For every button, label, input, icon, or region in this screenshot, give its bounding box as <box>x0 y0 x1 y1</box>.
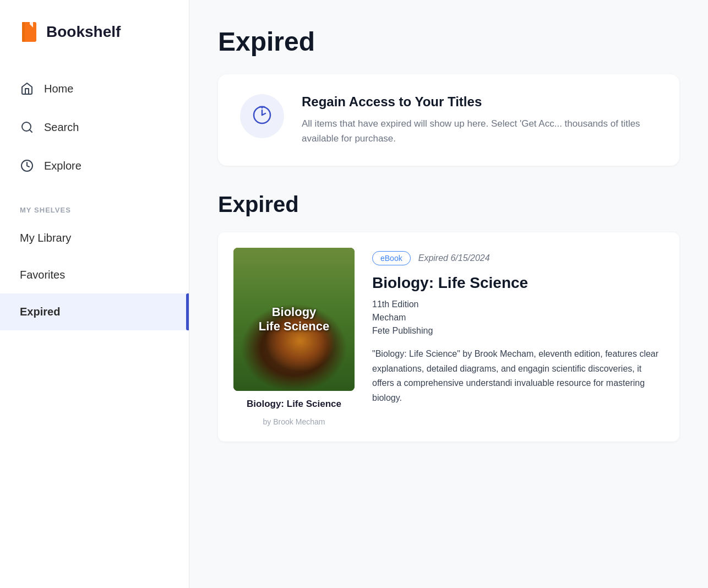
book-author: Mecham <box>372 313 664 323</box>
main-nav: Home Search Explore <box>0 64 189 190</box>
app-title: Bookshelf <box>46 23 121 41</box>
search-label: Search <box>44 121 79 134</box>
my-shelves-heading: MY SHELVES <box>0 190 189 220</box>
book-author-under-cover: by Brook Mecham <box>263 417 325 426</box>
book-description: "Biology: Life Science" by Brook Mecham,… <box>372 347 664 405</box>
sidebar-item-favorites[interactable]: Favorites <box>0 257 189 293</box>
expired-date: Expired 6/15/2024 <box>418 253 490 263</box>
book-cover-image: BiologyLife Science <box>233 248 355 391</box>
sidebar-item-expired[interactable]: Expired <box>0 293 189 330</box>
timer-icon <box>250 102 274 130</box>
bookshelf-logo-icon <box>20 20 40 44</box>
book-cover-wrap: BiologyLife Science Biology: Life Scienc… <box>233 248 355 426</box>
info-card: Regain Access to Your Titles All items t… <box>218 74 679 166</box>
sidebar-item-home[interactable]: Home <box>0 69 189 108</box>
logo-area: Bookshelf <box>0 0 189 64</box>
shelves-nav: My Library Favorites Expired <box>0 220 189 330</box>
sidebar-item-explore[interactable]: Explore <box>0 146 189 185</box>
search-icon <box>20 120 34 134</box>
page-title: Expired <box>218 26 679 57</box>
sidebar-item-search[interactable]: Search <box>0 108 189 146</box>
book-details: eBook Expired 6/15/2024 Biology: Life Sc… <box>372 248 664 426</box>
expired-section-title: Expired <box>218 192 679 217</box>
sidebar: Bookshelf Home Search <box>0 0 189 588</box>
book-title-main: Biology: Life Science <box>372 274 664 292</box>
svg-line-3 <box>30 130 32 132</box>
svg-rect-1 <box>22 22 25 42</box>
favorites-label: Favorites <box>20 269 65 281</box>
info-text-block: Regain Access to Your Titles All items t… <box>302 94 657 146</box>
info-subtext: All items that have expired will show up… <box>302 116 657 146</box>
expired-label: Expired <box>20 306 60 318</box>
info-icon-wrap <box>240 94 284 138</box>
book-meta-row: eBook Expired 6/15/2024 <box>372 251 664 265</box>
book-card: BiologyLife Science Biology: Life Scienc… <box>218 232 679 442</box>
ebook-badge: eBook <box>372 251 411 265</box>
my-library-label: My Library <box>20 232 71 244</box>
sidebar-item-my-library[interactable]: My Library <box>0 220 189 257</box>
explore-label: Explore <box>44 160 81 172</box>
info-heading: Regain Access to Your Titles <box>302 94 657 110</box>
book-cover-overlay-text: BiologyLife Science <box>252 298 336 340</box>
book-edition: 11th Edition <box>372 300 664 309</box>
explore-icon <box>20 159 34 173</box>
book-publisher: Fete Publishing <box>372 326 664 336</box>
main-content: Expired Regain Access to Your Titles All… <box>189 0 708 588</box>
book-title-under-cover: Biology: Life Science <box>247 399 341 410</box>
home-icon <box>20 81 34 96</box>
home-label: Home <box>44 83 73 95</box>
